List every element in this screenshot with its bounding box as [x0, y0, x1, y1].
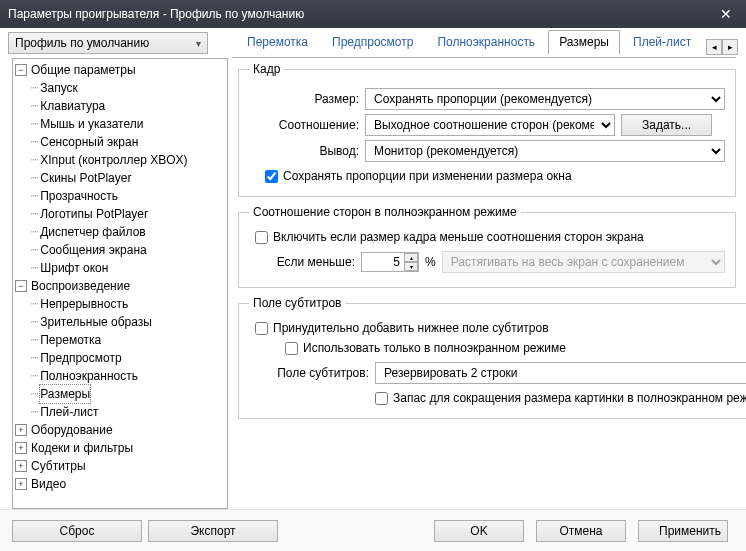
tree-hardware[interactable]: Оборудование [31, 421, 113, 439]
tree-playlist2[interactable]: Плей-лист [40, 403, 98, 421]
tree-filemgr[interactable]: Диспетчер файлов [40, 223, 145, 241]
profile-selector[interactable]: Профиль по умолчанию ▾ [8, 32, 208, 54]
percent-label: % [425, 255, 436, 269]
spin-down-icon[interactable]: ▾ [404, 262, 418, 271]
main: −Общие параметры ┈Запуск ┈Клавиатура ┈Мы… [0, 58, 746, 509]
profile-label: Профиль по умолчанию [15, 36, 149, 50]
collapse-icon[interactable]: − [15, 64, 27, 76]
tree-playback[interactable]: Воспроизведение [31, 277, 130, 295]
tree-seeking[interactable]: Перемотка [40, 331, 101, 349]
tab-fullscreen[interactable]: Полноэкранность [426, 30, 546, 55]
fs-ratio-group: Соотношение сторон в полноэкранном режим… [238, 205, 736, 288]
nav-tree[interactable]: −Общие параметры ┈Запуск ┈Клавиатура ┈Мы… [12, 58, 228, 509]
tree-mouse[interactable]: Мышь и указатели [40, 115, 143, 133]
sub-field-legend: Поле субтитров [249, 296, 345, 310]
tree-transparency[interactable]: Прозрачность [40, 187, 118, 205]
expand-icon[interactable]: + [15, 460, 27, 472]
content-pane: Кадр Размер: Сохранять пропорции (рекоме… [232, 58, 746, 509]
only-fs-checkbox[interactable] [285, 342, 298, 355]
tab-scroll-left-icon[interactable]: ◂ [706, 39, 722, 55]
collapse-icon[interactable]: − [15, 280, 27, 292]
sub-field-group: Поле субтитров Принудительно добавить ни… [238, 296, 746, 419]
reserve-checkbox[interactable] [375, 392, 388, 405]
close-icon[interactable]: ✕ [714, 4, 738, 24]
tree-logos[interactable]: Логотипы PotPlayer [40, 205, 148, 223]
reset-button[interactable]: Сброс [12, 520, 142, 542]
fs-enable-label: Включить если размер кадра меньше соотно… [273, 230, 644, 244]
keep-ratio-checkbox[interactable] [265, 170, 278, 183]
tree-codecs[interactable]: Кодеки и фильтры [31, 439, 133, 457]
tree-keyboard[interactable]: Клавиатура [40, 97, 105, 115]
tab-sizes[interactable]: Размеры [548, 30, 620, 55]
titlebar: Параметры проигрывателя - Профиль по умо… [0, 0, 746, 28]
tab-playlist[interactable]: Плей-лист [622, 30, 702, 55]
tab-seeking[interactable]: Перемотка [236, 30, 319, 55]
tab-preview[interactable]: Предпросмотр [321, 30, 424, 55]
force-bottom-label: Принудительно добавить нижнее поле субти… [273, 321, 549, 335]
ratio-label: Соотношение: [249, 118, 359, 132]
export-button[interactable]: Экспорт [148, 520, 278, 542]
tab-scroll-right-icon[interactable]: ▸ [722, 39, 738, 55]
tree-video[interactable]: Видео [31, 475, 66, 493]
size-select[interactable]: Сохранять пропорции (рекомендуется) [365, 88, 725, 110]
keep-ratio-label: Сохранять пропорции при изменении размер… [283, 169, 572, 183]
tree-sizes[interactable]: Размеры [40, 385, 90, 403]
tree-font[interactable]: Шрифт окон [40, 259, 108, 277]
field-select[interactable]: Резервировать 2 строки [375, 362, 746, 384]
tree-touch[interactable]: Сенсорный экран [40, 133, 138, 151]
ok-button[interactable]: OK [434, 520, 524, 542]
footer: Сброс Экспорт OK Отмена Применить [0, 509, 746, 551]
apply-button[interactable]: Применить [638, 520, 728, 542]
tree-general[interactable]: Общие параметры [31, 61, 136, 79]
tree-fullscreen2[interactable]: Полноэкранность [40, 367, 138, 385]
tree-startup[interactable]: Запуск [40, 79, 78, 97]
expand-icon[interactable]: + [15, 442, 27, 454]
expand-icon[interactable]: + [15, 478, 27, 490]
fs-enable-checkbox[interactable] [255, 231, 268, 244]
tree-preview[interactable]: Предпросмотр [40, 349, 121, 367]
only-fs-label: Использовать только в полноэкранном режи… [303, 341, 566, 355]
force-bottom-checkbox[interactable] [255, 322, 268, 335]
tree-subs[interactable]: Субтитры [31, 457, 86, 475]
output-label: Вывод: [249, 144, 359, 158]
tab-scroll: ◂ ▸ [706, 39, 738, 55]
size-label: Размер: [249, 92, 359, 106]
fs-ratio-legend: Соотношение сторон в полноэкранном режим… [249, 205, 521, 219]
if-less-stepper[interactable]: ▴▾ [361, 252, 419, 272]
tree-skins[interactable]: Скины PotPlayer [40, 169, 131, 187]
ratio-select[interactable]: Выходное соотношение сторон (рекомендует… [365, 114, 615, 136]
field-label: Поле субтитров: [249, 366, 369, 380]
tree-patterns[interactable]: Зрительные образы [40, 313, 152, 331]
expand-icon[interactable]: + [15, 424, 27, 436]
spin-up-icon[interactable]: ▴ [404, 253, 418, 262]
chevron-down-icon: ▾ [196, 38, 201, 49]
cancel-button[interactable]: Отмена [536, 520, 626, 542]
frame-group: Кадр Размер: Сохранять пропорции (рекоме… [238, 62, 736, 197]
fs-mode-select: Растягивать на весь экран с сохранением [442, 251, 725, 273]
output-select[interactable]: Монитор (рекомендуется) [365, 140, 725, 162]
frame-legend: Кадр [249, 62, 284, 76]
if-less-label: Если меньше: [265, 255, 355, 269]
set-ratio-button[interactable]: Задать... [621, 114, 712, 136]
window-title: Параметры проигрывателя - Профиль по умо… [8, 7, 714, 21]
tree-continuity[interactable]: Непрерывность [40, 295, 128, 313]
if-less-input[interactable] [362, 253, 404, 271]
tree-msgs[interactable]: Сообщения экрана [40, 241, 146, 259]
reserve-label: Запас для сокращения размера картинки в … [393, 391, 746, 405]
tabstrip: Перемотка Предпросмотр Полноэкранность Р… [236, 31, 738, 55]
tree-xinput[interactable]: XInput (контроллер XBOX) [40, 151, 187, 169]
toolbar: Профиль по умолчанию ▾ Перемотка Предпро… [0, 28, 746, 58]
